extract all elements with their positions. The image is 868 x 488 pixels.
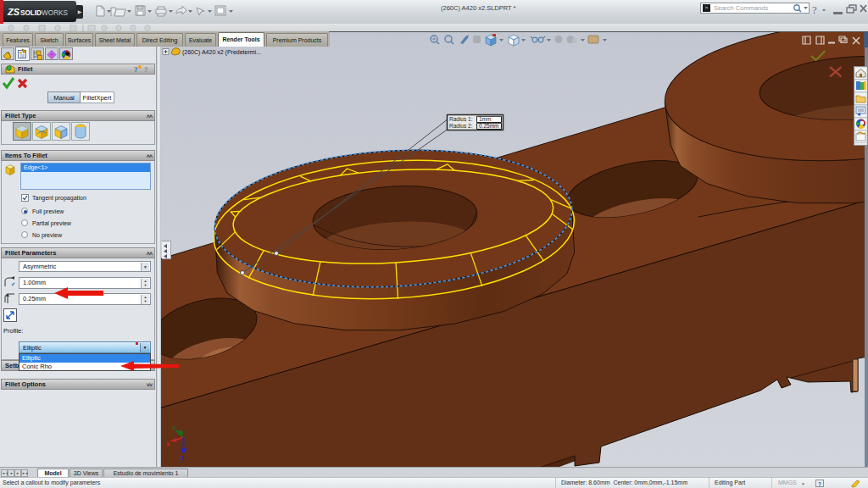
svg-text:X: X <box>166 441 170 447</box>
svg-text:Radius 2:: Radius 2: <box>449 123 473 129</box>
svg-text:Y: Y <box>172 425 176 431</box>
svg-text:?: ? <box>812 3 817 16</box>
svg-text:Z: Z <box>181 455 184 461</box>
svg-text:?: ? <box>134 65 138 74</box>
svg-text:SOLIDWORKS: SOLIDWORKS <box>20 8 69 16</box>
svg-text:0.25mm: 0.25mm <box>479 123 498 129</box>
svg-text:(260C) A420 x2 (Predetermi...: (260C) A420 x2 (Predetermi... <box>182 49 261 56</box>
svg-text:Radius 1:: Radius 1: <box>449 116 473 122</box>
svg-text:?: ? <box>144 65 148 74</box>
svg-text:ΖS: ΖS <box>7 7 20 17</box>
svg-text:1mm: 1mm <box>479 116 491 122</box>
